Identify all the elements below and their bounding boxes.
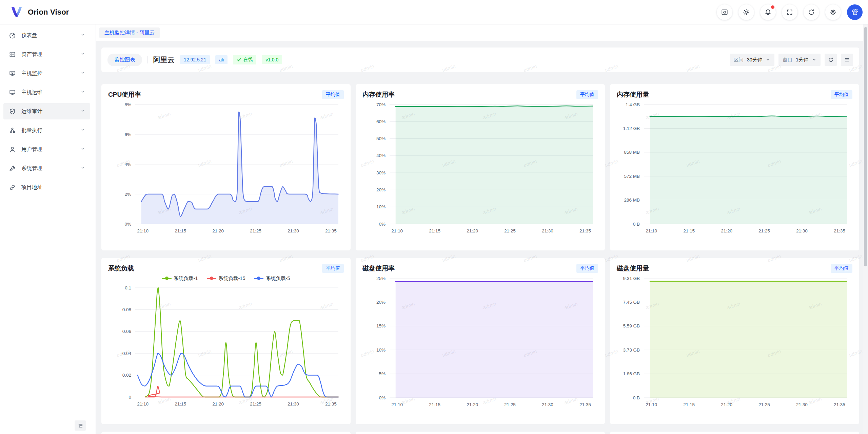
brand: Orion Visor — [10, 6, 69, 19]
chevron-down-icon — [80, 70, 85, 75]
chart-layout-menu-button[interactable] — [841, 54, 853, 66]
sidebar-item-asset-storage[interactable]: 资产管理 — [3, 46, 90, 62]
audit-shield-icon — [9, 108, 16, 115]
svg-text:70%: 70% — [376, 102, 386, 107]
svg-text:21:20: 21:20 — [212, 401, 224, 407]
svg-text:21:30: 21:30 — [542, 402, 553, 407]
window-select[interactable]: 窗口 1分钟 — [778, 54, 821, 66]
sidebar-item-audit-shield[interactable]: 运维审计 — [3, 103, 90, 119]
chart-title: 磁盘使用量 — [617, 264, 649, 273]
sidebar-item-batch-cluster[interactable]: 批量执行 — [3, 122, 90, 138]
cpu-usage-chart: 8%6%4%2%0%21:1021:1521:2021:2521:3021:35 — [108, 100, 344, 236]
fullscreen-button[interactable] — [782, 4, 797, 20]
fullscreen-icon — [786, 8, 793, 16]
dashboard-gauge-icon — [9, 32, 16, 39]
svg-text:21:10: 21:10 — [391, 402, 403, 407]
system-load-chart: 0.10.080.060.040.02021:1021:1521:2021:25… — [108, 283, 344, 409]
refresh-icon — [828, 57, 834, 63]
svg-text:50%: 50% — [376, 136, 386, 141]
svg-text:21:10: 21:10 — [391, 228, 403, 233]
topbar-actions: 管 — [717, 4, 863, 20]
svg-text:21:25: 21:25 — [504, 402, 516, 407]
svg-text:20%: 20% — [376, 187, 386, 192]
svg-text:6%: 6% — [124, 132, 131, 137]
svg-text:21:35: 21:35 — [579, 402, 591, 407]
svg-text:7.45 GB: 7.45 GB — [623, 300, 640, 305]
asset-storage-icon — [9, 51, 16, 58]
average-badge: 平均值 — [576, 264, 598, 273]
chevron-down-icon — [80, 89, 85, 96]
svg-text:60%: 60% — [376, 119, 386, 124]
collapse-fold-icon — [78, 423, 83, 429]
chevron-down-icon — [80, 108, 85, 113]
orion-visor-logo — [10, 6, 23, 19]
sidebar-item-label: 批量执行 — [21, 127, 80, 134]
chevron-down-icon — [80, 32, 85, 39]
sidebar-item-system-wrench[interactable]: 系统管理 — [3, 160, 90, 176]
theme-sun-button[interactable] — [738, 4, 754, 20]
sidebar-item-dashboard-gauge[interactable]: 仪表盘 — [3, 27, 90, 43]
svg-text:21:30: 21:30 — [288, 401, 299, 407]
disk-amount-chart: 9.31 GB7.45 GB5.59 GB3.73 GB1.86 GB0 B21… — [617, 273, 852, 410]
sidebar-item-user[interactable]: 用户管理 — [3, 141, 90, 157]
sidebar-collapse-button[interactable] — [75, 420, 86, 431]
refresh-button[interactable] — [804, 4, 819, 20]
monitor-chart-view-button[interactable]: 监控图表 — [107, 54, 142, 66]
sidebar-item-label: 主机运维 — [21, 89, 80, 96]
main-area: 主机监控详情 - 阿里云 监控图表 阿里云 12.92.5.21 ali 在线 … — [96, 24, 868, 434]
sidebar-item-label: 主机监控 — [21, 70, 80, 77]
svg-text:21:35: 21:35 — [325, 228, 337, 233]
chart-card-partial — [610, 432, 859, 434]
chart-card-memory-rate: 内存使用率 平均值 70%60%50%40%30%20%10%0%21:1021… — [356, 84, 605, 250]
notification-bell-button[interactable] — [760, 4, 776, 20]
svg-text:21:25: 21:25 — [758, 402, 770, 407]
code-window-button[interactable] — [717, 4, 732, 20]
chevron-down-icon — [80, 51, 85, 56]
chevron-down-icon — [80, 165, 85, 172]
chart-title: 系统负载 — [108, 264, 134, 273]
legend-item-系统负载-15[interactable]: 系统负载-15 — [207, 275, 245, 282]
svg-text:21:30: 21:30 — [796, 228, 808, 233]
app-title: Orion Visor — [28, 8, 69, 17]
sidebar-item-host-ops[interactable]: 主机运维 — [3, 84, 90, 100]
chart-card-disk-amount: 磁盘使用量 平均值 9.31 GB7.45 GB5.59 GB3.73 GB1.… — [610, 258, 859, 424]
svg-text:21:30: 21:30 — [288, 228, 299, 233]
svg-text:21:30: 21:30 — [542, 228, 553, 233]
svg-text:21:25: 21:25 — [504, 228, 516, 233]
disk-rate-chart: 25%20%15%10%5%0%21:1021:1521:2021:2521:3… — [362, 273, 598, 410]
chart-card-partial — [101, 432, 351, 434]
avatar[interactable]: 管 — [847, 4, 863, 20]
legend-marker-icon — [162, 277, 172, 280]
legend-label: 系统负载-15 — [219, 275, 245, 282]
svg-text:1.86 GB: 1.86 GB — [623, 371, 640, 376]
chart-card-system-load: 系统负载 平均值 系统负载-1系统负载-15系统负载-5 0.10.080.06… — [101, 258, 351, 424]
svg-text:21:10: 21:10 — [646, 402, 657, 407]
range-select[interactable]: 区间 30分钟 — [730, 54, 774, 66]
notification-bell-icon — [764, 8, 772, 16]
svg-text:20%: 20% — [376, 300, 386, 305]
svg-text:2%: 2% — [124, 192, 131, 197]
host-tag-badge: ali — [215, 55, 228, 64]
divider — [147, 56, 148, 63]
host-ip-badge: 12.92.5.21 — [180, 55, 210, 64]
sidebar-item-host-monitor[interactable]: 主机监控 — [3, 65, 90, 81]
chevron-down-icon — [766, 57, 770, 62]
settings-gear-button[interactable] — [825, 4, 841, 20]
legend-marker-icon — [254, 277, 263, 280]
chevron-down-icon — [80, 70, 85, 77]
sidebar-item-link[interactable]: 项目地址 — [3, 179, 90, 195]
legend-label: 系统负载-1 — [174, 275, 198, 282]
refresh-charts-button[interactable] — [825, 54, 837, 66]
legend-item-系统负载-1[interactable]: 系统负载-1 — [162, 275, 198, 282]
scrollbar-thumb[interactable] — [864, 27, 867, 266]
host-name: 阿里云 — [153, 55, 175, 64]
theme-sun-icon — [743, 8, 750, 16]
system-wrench-icon — [9, 165, 16, 172]
chevron-down-icon — [80, 146, 85, 151]
svg-text:30%: 30% — [376, 170, 386, 175]
chevron-down-icon — [80, 127, 85, 134]
average-badge: 平均值 — [831, 264, 852, 273]
svg-text:21:15: 21:15 — [175, 401, 186, 407]
legend-item-系统负载-5[interactable]: 系统负载-5 — [254, 275, 290, 282]
tab-host-monitor-detail[interactable]: 主机监控详情 - 阿里云 — [99, 27, 160, 38]
